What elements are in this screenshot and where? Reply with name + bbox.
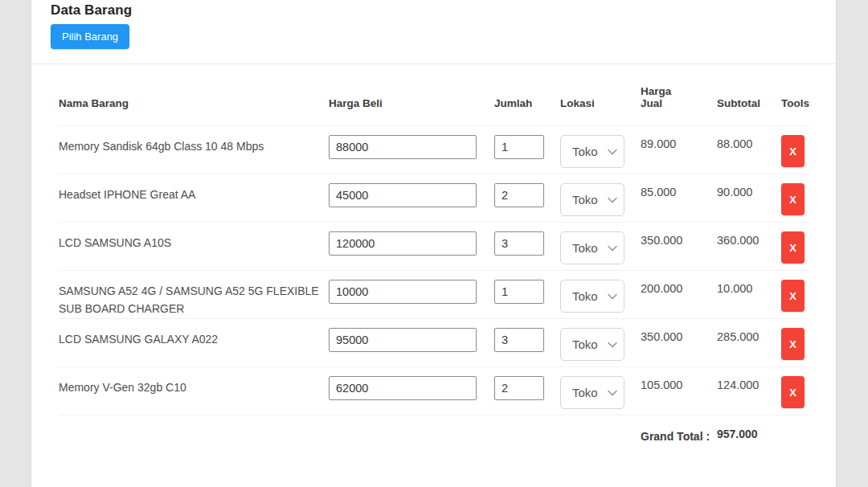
- jumlah-input[interactable]: [494, 135, 544, 159]
- column-header-harga-jual: Harga Jual: [641, 64, 717, 126]
- items-table: Nama Barang Harga Beli Jumlah Lokasi Har…: [59, 64, 810, 445]
- table-row: LCD SAMSUNG A10S Toko 350.000 360.000 X: [59, 223, 810, 271]
- table-row: LCD SAMSUNG GALAXY A022 Toko 350.000 285…: [59, 319, 810, 367]
- jumlah-input[interactable]: [494, 183, 544, 207]
- lokasi-select[interactable]: Toko: [560, 183, 624, 216]
- jumlah-input[interactable]: [494, 328, 544, 352]
- item-name: Memory Sandisk 64gb Class 10 48 Mbps: [59, 126, 329, 174]
- harga-beli-input[interactable]: [329, 231, 477, 256]
- grand-total-label: Grand Total :: [641, 415, 717, 446]
- jumlah-input[interactable]: [494, 231, 544, 256]
- item-name: LCD SAMSUNG A10S: [59, 223, 329, 271]
- column-header-subtotal: Subtotal: [717, 64, 781, 126]
- card-header: Data Barang Pilih Barang: [31, 0, 836, 64]
- subtotal-value: 285.000: [717, 319, 781, 367]
- jumlah-input[interactable]: [494, 376, 544, 400]
- delete-row-button[interactable]: X: [781, 183, 805, 215]
- subtotal-value: 10.000: [717, 271, 781, 319]
- table-body: Memory Sandisk 64gb Class 10 48 Mbps Tok…: [59, 126, 810, 415]
- pilih-barang-button[interactable]: Pilih Barang: [51, 24, 129, 49]
- harga-beli-input[interactable]: [329, 183, 477, 207]
- lokasi-select[interactable]: Toko: [560, 376, 624, 409]
- item-name: LCD SAMSUNG GALAXY A022: [59, 319, 329, 367]
- grand-total-row: Grand Total : 957.000: [59, 415, 810, 446]
- column-header-jumlah: Jumlah: [494, 64, 560, 126]
- lokasi-select[interactable]: Toko: [560, 328, 624, 361]
- column-header-lokasi: Lokasi: [560, 64, 641, 126]
- table-row: Headset IPHONE Great AA Toko 85.000 90.0…: [59, 174, 810, 223]
- column-header-harga-beli: Harga Beli: [329, 64, 494, 126]
- item-name: Headset IPHONE Great AA: [59, 174, 329, 223]
- harga-jual-value: 350.000: [641, 223, 717, 271]
- harga-jual-value: 85.000: [641, 174, 717, 223]
- harga-beli-input[interactable]: [329, 328, 477, 352]
- harga-jual-value: 89.000: [641, 126, 717, 174]
- delete-row-button[interactable]: X: [781, 280, 805, 312]
- item-name: SAMSUNG A52 4G / SAMSUNG A52 5G FLEXIBLE…: [59, 271, 329, 319]
- column-header-tools: Tools: [781, 64, 810, 126]
- delete-row-button[interactable]: X: [781, 376, 805, 408]
- subtotal-value: 90.000: [717, 174, 781, 223]
- table-row: Memory Sandisk 64gb Class 10 48 Mbps Tok…: [59, 126, 810, 174]
- subtotal-value: 124.000: [717, 367, 781, 415]
- lokasi-select[interactable]: Toko: [560, 231, 624, 264]
- table-row: Memory V-Gen 32gb C10 Toko 105.000 124.0…: [59, 367, 810, 415]
- delete-row-button[interactable]: X: [781, 135, 805, 167]
- subtotal-value: 360.000: [717, 223, 781, 271]
- lokasi-select[interactable]: Toko: [560, 280, 624, 313]
- data-barang-card: Data Barang Pilih Barang Nama Barang Har…: [31, 0, 837, 487]
- column-header-nama-barang: Nama Barang: [59, 64, 329, 126]
- harga-jual-value: 105.000: [641, 367, 717, 415]
- lokasi-select[interactable]: Toko: [560, 135, 624, 168]
- items-table-section: Nama Barang Harga Beli Jumlah Lokasi Har…: [31, 64, 836, 445]
- table-row: SAMSUNG A52 4G / SAMSUNG A52 5G FLEXIBLE…: [59, 271, 810, 319]
- page-title: Data Barang: [51, 2, 817, 18]
- harga-jual-value: 200.000: [641, 271, 717, 319]
- grand-total-value: 957.000: [717, 415, 781, 446]
- harga-beli-input[interactable]: [329, 376, 477, 400]
- delete-row-button[interactable]: X: [781, 328, 805, 360]
- table-header-row: Nama Barang Harga Beli Jumlah Lokasi Har…: [59, 64, 810, 126]
- harga-jual-value: 350.000: [641, 319, 717, 367]
- subtotal-value: 88.000: [717, 126, 781, 174]
- harga-beli-input[interactable]: [329, 280, 477, 304]
- jumlah-input[interactable]: [494, 280, 544, 304]
- item-name: Memory V-Gen 32gb C10: [59, 367, 329, 415]
- delete-row-button[interactable]: X: [781, 231, 805, 264]
- harga-beli-input[interactable]: [329, 135, 477, 159]
